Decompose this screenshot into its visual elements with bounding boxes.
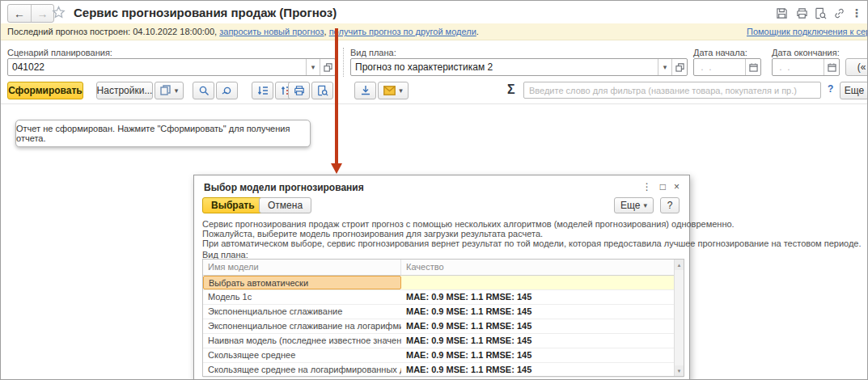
table-row-auto-select[interactable]: Выбрать автоматически [203,276,684,290]
printer-icon [294,85,305,96]
service-connection-helper-link[interactable]: Помощник подключения к сервису [747,23,868,40]
plan-kind-open-button[interactable] [671,59,687,75]
info-text: Последний прогноз построен: 04.10.2022 1… [7,23,479,40]
model-selection-dialog: Выбор модели прогнозирования ⋮ □ × Выбра… [193,175,690,380]
scroll-down-icon[interactable]: ▼ [675,365,684,376]
help-button[interactable]: ? [828,83,833,95]
model-quality-cell[interactable]: MAE: 0.9 MSE: 1.1 RMSE: 145 [401,363,684,377]
expand-groups-button[interactable] [252,82,273,99]
table-header-row: Имя модели Качество [203,260,684,276]
more-actions-button[interactable]: Еще [840,82,868,99]
dialog-more-icon[interactable]: ⋮ [642,181,652,192]
plan-kind-dropdown-button[interactable]: ▾ [658,59,671,75]
date-end-calendar-button[interactable] [824,59,839,75]
cancel-find-button[interactable] [216,82,238,99]
model-name-cell[interactable]: Выбрать автоматически [203,276,401,289]
calendar-icon [749,63,758,72]
table-row[interactable]: Экспоненциальное сглаживание на логарифм… [203,319,684,334]
save-report-button[interactable] [354,82,376,99]
save-button[interactable] [774,6,789,20]
chevron-down-icon: ▾ [663,63,667,71]
column-header-quality[interactable]: Качество [401,260,684,275]
close-icon[interactable]: × [674,181,680,192]
model-quality-cell[interactable]: MAE: 0.9 MSE: 1.1 RMSE: 145 [401,290,684,304]
chevron-down-icon: ▾ [311,63,315,71]
dialog-title: Выбор модели прогнозирования [204,182,364,193]
model-quality-cell[interactable]: MAE: 0.9 MSE: 1.1 RMSE: 145 [401,319,684,333]
star-icon [52,6,66,19]
model-quality-cell[interactable]: MAE: 0.9 MSE: 1.1 RMSE: 145 [401,348,684,362]
model-quality-cell[interactable]: MAE: 0.9 MSE: 1.1 RMSE: 145 [401,305,684,319]
toolbar-separator [1,103,868,104]
print-button[interactable] [794,6,809,20]
date-start-field [693,58,761,76]
annotation-arrow-head [331,163,342,174]
field-splitter[interactable] [343,48,344,77]
model-name-cell[interactable]: Экспоненциальное сглаживание на логарифм… [203,319,401,333]
last-forecast-text: Последний прогноз построен: 04.10.2022 1… [7,27,217,36]
generate-report-button[interactable]: Сформировать [7,82,83,99]
model-quality-cell[interactable]: MAE: 0.9 MSE: 1.1 RMSE: 145 [401,334,684,348]
printer-icon [796,7,808,19]
open-icon [324,63,332,72]
print-report-button[interactable] [288,82,310,99]
scenario-input[interactable] [8,59,306,75]
table-row[interactable]: Модель 1с MAE: 0.9 MSE: 1.1 RMSE: 145 [203,290,684,305]
model-name-cell[interactable]: Экспоненциальное сглаживание [203,305,401,319]
model-name-cell[interactable]: Скользящее среднее [203,348,401,362]
period-text: . [476,27,479,36]
dialog-help-button[interactable]: ? [660,197,680,213]
envelope-icon [383,86,396,95]
more-commands-button[interactable]: ⋮ [849,6,864,20]
table-row[interactable]: Экспоненциальное сглаживание MAE: 0.9 MS… [203,305,684,319]
date-start-input[interactable] [694,59,745,75]
table-scrollbar[interactable]: ▲ ▼ [674,260,684,376]
date-start-calendar-button[interactable] [745,59,760,75]
table-row[interactable]: Скользящее среднее на логарифмированных … [203,363,684,378]
table-row[interactable]: Скользящее среднее MAE: 0.9 MSE: 1.1 RMS… [203,348,684,363]
scroll-up-icon[interactable]: ▲ [675,260,684,270]
get-other-model-link[interactable]: получить прогноз по другой модели [329,27,476,36]
chevron-down-icon: ▾ [399,87,403,95]
request-new-forecast-link[interactable]: запросить новый прогноз [219,27,324,36]
dialog-more-label: Еще [620,200,640,211]
dialog-more-button[interactable]: Еще ▾ [614,197,654,213]
favorite-star-button[interactable] [51,5,66,19]
model-name-cell[interactable]: Наивная модель (последнее известное знач… [203,334,401,348]
get-link-button[interactable] [832,6,846,20]
back-button[interactable]: ← [8,5,31,22]
filter-input[interactable] [523,82,821,99]
find-button[interactable] [193,82,214,99]
settings-button[interactable]: Настройки... [96,82,153,99]
column-header-model-name[interactable]: Имя модели [203,260,401,275]
scenario-open-button[interactable] [320,59,335,75]
sum-sigma-icon[interactable]: Σ [507,82,515,97]
date-end-label: Дата окончания: [772,48,840,57]
table-row[interactable]: Наивная модель (последнее известное знач… [203,334,684,348]
model-quality-cell[interactable] [401,276,684,289]
report-variants-button[interactable]: ▾ [155,82,184,99]
model-name-cell[interactable]: Скользящее среднее на логарифмированных … [203,363,401,377]
history-nav: ← → [7,4,54,23]
search-cancel-icon [222,85,233,96]
scenario-dropdown-button[interactable]: ▾ [306,59,320,75]
period-collapse-button[interactable]: (« [845,58,868,76]
select-button[interactable]: Выбрать [202,197,264,213]
preview-button[interactable] [813,6,828,20]
forward-button[interactable]: → [31,5,53,22]
scenario-field: ▾ [7,58,336,76]
model-name-cell[interactable]: Модель 1с [203,290,401,304]
send-email-button[interactable]: ▾ [378,82,409,99]
date-start-label: Дата начала: [693,48,747,57]
maximize-icon[interactable]: □ [660,181,666,192]
plan-kind-input[interactable] [351,59,658,75]
print-preview-button[interactable] [311,82,333,99]
link-icon [833,7,845,19]
annotation-arrow-line [335,28,338,164]
preview-icon [815,7,827,19]
cancel-button[interactable]: Отмена [259,197,311,213]
dialog-window-controls: ⋮ □ × [642,181,680,192]
dialog-description-line3: При автоматическом выборе, сервис прогно… [202,239,862,249]
date-end-input[interactable] [773,59,824,75]
separator-text: , [324,27,327,36]
